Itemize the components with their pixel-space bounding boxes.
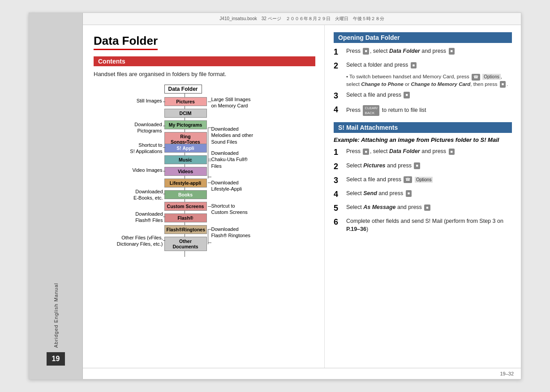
smail-step-text-5: Select As Message and press ■ <box>346 204 512 212</box>
step-1: 1 Press ■, select Data Folder and press … <box>334 47 512 58</box>
smail-step-2: 2 Select Pictures and press ■ <box>334 162 512 172</box>
step-4: 4 Press CLEAR/BACK to return to file lis… <box>334 105 512 116</box>
change-memory: Change to Memory Card <box>411 81 470 87</box>
folder-lifestyle-appli: Lifestyle-appli <box>164 179 207 187</box>
send-bold: Send <box>363 190 377 196</box>
smail-step-num-5: 5 <box>334 203 344 214</box>
label-chaku-uta: DownloadedChaku-Uta Full®Files <box>211 150 248 169</box>
folder-flash: Flash® <box>164 213 207 222</box>
folder-s-appli: S! Appli <box>164 144 207 153</box>
opening-steps: 1 Press ■, select Data Folder and press … <box>334 47 512 116</box>
smail-step-num-4: 4 <box>334 189 344 200</box>
spacer <box>185 101 185 113</box>
footer-page-num: 19–32 <box>500 371 514 376</box>
smail-steps: 1 Press ■, select Data Folder and press … <box>334 148 512 233</box>
key-then: ■ <box>500 81 506 88</box>
label-other-files: Other Files (vFiles,Dictionary Files, et… <box>99 234 163 247</box>
label-downloaded-ebooks: DownloadedE-Books, etc. <box>108 188 163 201</box>
page-ref: P.19–36 <box>346 226 366 232</box>
line-lifestyle <box>208 183 211 183</box>
folder-videos: Videos <box>164 167 207 176</box>
step-3: 3 Select a file and press ■ <box>334 91 512 102</box>
bracket-chaku-bot <box>208 177 211 177</box>
sidebar-label: Abridged English Manual <box>53 283 59 348</box>
folder-music: Music <box>164 155 207 164</box>
step-2-bullet: To switch between handset and Memory Car… <box>346 73 512 88</box>
step-2: 2 Select a folder and press ■ To switch … <box>334 61 512 88</box>
page: Abridged English Manual 19 J410_insatsu.… <box>29 13 521 379</box>
step-text-3: Select a file and press ■ <box>346 91 512 99</box>
change-phone: Change to Phone <box>361 81 404 87</box>
section-intro: Handset files are organised in folders b… <box>94 71 315 77</box>
key-3: ■ <box>404 92 409 98</box>
label-flash-ringtones: DownloadedFlash® Ringtones <box>211 226 251 239</box>
folder-diagram: Data Folder Pictures DCIM My Pictograms … <box>95 85 314 264</box>
line-still-images <box>163 102 165 102</box>
line-downloaded-ebooks <box>163 194 165 194</box>
line-downloaded-flash <box>163 217 165 217</box>
page-title: Data Folder <box>94 34 158 50</box>
opening-header: Opening Data Folder <box>334 32 512 43</box>
left-column: Data Folder Contents Handset files are o… <box>83 25 325 368</box>
smail-step-6: 6 Complete other fields and send S! Mail… <box>334 217 512 233</box>
smail-header: S! Mail Attachments <box>334 122 512 133</box>
data-folder-root: Data Folder <box>164 85 202 94</box>
skey-1b: ■ <box>449 149 455 155</box>
label-downloaded-melodies: DownloadedMelodies and otherSound Files <box>211 126 254 145</box>
skey-3: ☎ <box>404 176 412 183</box>
bracket-flash-v <box>208 229 208 244</box>
folder-pictures: Pictures <box>164 97 207 106</box>
step-text-4: Press CLEAR/BACK to return to file list <box>346 105 512 116</box>
line-other-files <box>163 240 165 241</box>
smail-step-text-4: Select Send and press ■ <box>346 190 512 198</box>
bracket-melodies-bot <box>208 161 211 161</box>
step-text-1: Press ■, select Data Folder and press ■ <box>346 47 512 55</box>
key-1: ■ <box>363 48 369 55</box>
folder-books: Books <box>164 190 207 199</box>
smail-step-num-2: 2 <box>334 161 344 172</box>
line-melodies <box>208 128 211 128</box>
line-shortcut-s-appli <box>163 147 165 148</box>
step-num-2: 2 <box>334 60 344 72</box>
smail-step-text-1: Press ■, select Data Folder and press ■ <box>346 148 512 156</box>
label-video-images: Video Images <box>120 167 163 173</box>
contents-header: Contents <box>94 56 315 66</box>
skey-5: ■ <box>424 205 430 211</box>
smail-step-4: 4 Select Send and press ■ <box>334 190 512 200</box>
folder-my-pictograms: My Pictograms <box>164 120 207 129</box>
smail-example: Example: Attaching an image from Picture… <box>334 136 512 143</box>
as-message-bold: As Message <box>363 204 395 210</box>
key-clear: CLEAR/BACK <box>363 105 379 116</box>
skey-4: ■ <box>406 190 412 197</box>
key-2: ■ <box>411 62 417 69</box>
skey-2: ■ <box>414 162 420 169</box>
page-number: 19 <box>47 352 65 366</box>
line-chaku-uta <box>208 159 211 159</box>
line-large-still <box>208 102 211 102</box>
label-downloaded-flash: DownloadedFlash® Files <box>109 211 163 224</box>
bracket-flash-bot <box>208 243 211 243</box>
main-content: J410_insatsu.book 32 ページ ２００６年８月２９日 火曜日 … <box>83 13 521 379</box>
page-footer: 19–32 <box>83 368 521 379</box>
smail-step-num-6: 6 <box>334 217 344 228</box>
sidebar: Abridged English Manual 19 <box>29 13 83 379</box>
smail-step-num-3: 3 <box>334 175 344 186</box>
smail-options: Options <box>415 177 433 183</box>
key-1b: ■ <box>449 48 455 55</box>
label-shortcut-s-appli: Shortcut toS! Applications <box>107 142 163 155</box>
step-num-3: 3 <box>334 90 344 102</box>
label-lifestyle-appli: DownloadedLifestyle-Appli <box>211 179 242 192</box>
smail-step-1: 1 Press ■, select Data Folder and press … <box>334 148 512 158</box>
smail-step-text-2: Select Pictures and press ■ <box>346 162 512 170</box>
smail-data-folder: Data Folder <box>389 148 420 154</box>
folder-flash-ringtones: Flash®Ringtones <box>164 225 207 234</box>
folder-other-documents: Other Documents <box>164 237 207 251</box>
key-opt: ☎ <box>472 74 480 81</box>
options-label: Options <box>482 74 500 80</box>
line-custom-screens <box>208 206 211 207</box>
label-still-images: Still Images <box>122 98 162 103</box>
line-flash-ringtones <box>208 229 211 230</box>
folder-dcim: DCIM <box>164 109 207 118</box>
step-num-1: 1 <box>334 47 344 58</box>
bracket-chaku-v <box>208 159 208 179</box>
